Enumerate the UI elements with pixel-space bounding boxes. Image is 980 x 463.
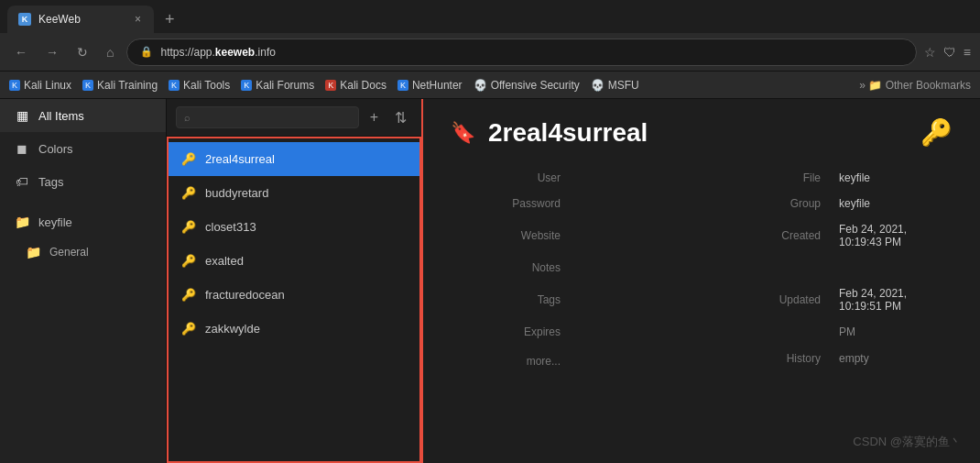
list-item[interactable]: 🔑 buddyretard — [169, 176, 419, 210]
filter-button[interactable]: ⇅ — [389, 107, 412, 128]
list-item[interactable]: 🔑 zakkwylde — [169, 312, 419, 346]
sidebar-colors-label: Colors — [38, 142, 73, 156]
field-label-empty2 — [711, 324, 821, 340]
add-item-button[interactable]: + — [365, 107, 384, 127]
field-value-pm: PM — [839, 324, 953, 340]
bookmark-kali-training[interactable]: K Kali Training — [82, 79, 158, 92]
home-button[interactable]: ⌂ — [101, 41, 119, 63]
watermark: CSDN @落寞的鱼丶 — [853, 434, 962, 450]
sidebar-tags-label: Tags — [38, 175, 63, 189]
list-item[interactable]: 🔑 2real4surreal — [169, 142, 419, 176]
key-icon: 🔑 — [181, 152, 196, 166]
field-value-expires — [579, 324, 692, 340]
offensive-security-icon: 💀 — [474, 79, 487, 92]
sidebar-folder-keyfile[interactable]: 📁 keyfile — [0, 205, 166, 238]
tab-bar: K KeeWeb × + — [0, 0, 980, 33]
kali-tools-icon: K — [169, 80, 180, 91]
bookmark-kali-tools-label: Kali Tools — [183, 79, 230, 92]
bookmark-icon: 🔖 — [451, 121, 475, 145]
list-item[interactable]: 🔑 fracturedocean — [169, 278, 419, 312]
field-label-updated: Updated — [711, 285, 821, 314]
field-value-created: Feb 24, 2021, 10:19:43 PM — [839, 221, 953, 250]
back-button[interactable]: ← — [9, 41, 33, 63]
new-tab-button[interactable]: + — [159, 8, 180, 31]
field-label-user: User — [451, 170, 561, 186]
bookmarks-other-label: 📁 Other Bookmarks — [868, 79, 971, 92]
tab-favicon: K — [18, 13, 31, 26]
detail-key-icon: 🔑 — [920, 117, 953, 148]
all-items-icon: ▦ — [15, 108, 29, 123]
field-value-tags — [579, 285, 692, 314]
browser-chrome: K KeeWeb × + ← → ↻ ⌂ 🔒 https://app.keewe… — [0, 0, 980, 99]
field-label-created: Created — [711, 221, 821, 250]
key-icon: 🔑 — [181, 322, 196, 336]
field-value-group: keyfile — [839, 195, 953, 212]
keyfile-folder-icon: 📁 — [15, 215, 29, 229]
search-box[interactable]: ⌕ — [176, 106, 359, 128]
item-label: fracturedocean — [205, 288, 285, 302]
refresh-button[interactable]: ↻ — [71, 41, 93, 63]
bookmark-kali-training-label: Kali Training — [97, 79, 158, 92]
key-icon: 🔑 — [181, 220, 196, 234]
colors-icon: ◼ — [15, 141, 29, 156]
bookmark-kali-docs[interactable]: K Kali Docs — [325, 79, 387, 92]
field-label-password: Password — [451, 195, 561, 212]
bookmark-msfu-label: MSFU — [608, 79, 639, 92]
bookmark-offensive-security-label: Offensive Security — [491, 79, 580, 92]
more-link[interactable]: more... — [451, 355, 561, 368]
forward-button[interactable]: → — [40, 41, 64, 63]
address-domain: keeweb — [215, 46, 255, 59]
field-value-empty3 — [579, 349, 692, 368]
bookmark-kali-forums[interactable]: K Kali Forums — [241, 79, 314, 92]
field-label-tags: Tags — [451, 285, 561, 314]
sidebar-item-colors[interactable]: ◼ Colors — [0, 132, 166, 165]
bookmark-star-button[interactable]: ☆ — [924, 45, 936, 60]
list-item[interactable]: 🔑 closet313 — [169, 210, 419, 244]
field-label-expires: Expires — [451, 324, 561, 340]
field-value-website — [579, 221, 692, 250]
sidebar-item-all-items[interactable]: ▦ All Items — [0, 99, 166, 132]
bookmarks-more-icon: » — [859, 79, 866, 92]
kali-docs-icon: K — [325, 80, 336, 91]
item-label: 2real4surreal — [205, 152, 275, 166]
detail-panel: 🔖 2real4surreal 🔑 User File keyfile Pass… — [423, 99, 980, 463]
bookmarks-more-button[interactable]: » 📁 Other Bookmarks — [859, 79, 971, 92]
field-value-password — [579, 195, 692, 212]
item-label: closet313 — [205, 220, 256, 234]
bookmark-kali-docs-label: Kali Docs — [340, 79, 387, 92]
sidebar-item-tags[interactable]: 🏷 Tags — [0, 165, 166, 198]
bookmark-kali-linux[interactable]: K Kali Linux — [9, 79, 71, 92]
bookmark-kali-tools[interactable]: K Kali Tools — [169, 79, 230, 92]
kali-linux-icon: K — [9, 80, 20, 91]
item-entries: 🔑 2real4surreal 🔑 buddyretard 🔑 closet31… — [167, 137, 421, 463]
tags-icon: 🏷 — [15, 174, 29, 189]
general-folder-icon: 📁 — [26, 245, 40, 259]
key-icon: 🔑 — [181, 186, 196, 200]
address-bar[interactable]: 🔒 https://app.keeweb.info — [126, 39, 916, 66]
detail-header: 🔖 2real4surreal 🔑 — [451, 117, 953, 148]
field-value-user — [579, 170, 692, 186]
app: ▦ All Items ◼ Colors 🏷 Tags 📁 keyfile 📁 … — [0, 99, 980, 463]
item-list: ⌕ + ⇅ 🔑 2real4surreal 🔑 buddyretard 🔑 cl… — [167, 99, 423, 463]
item-label: zakkwylde — [205, 322, 260, 336]
list-item[interactable]: 🔑 exalted — [169, 244, 419, 278]
bookmark-msfu[interactable]: 💀 MSFU — [591, 79, 639, 92]
sidebar-keyfile-label: keyfile — [38, 215, 72, 229]
field-label-empty1 — [711, 259, 821, 276]
active-tab[interactable]: K KeeWeb × — [7, 6, 154, 33]
sidebar-folder-general[interactable]: 📁 General — [0, 238, 166, 266]
extensions-button[interactable]: 🛡 — [943, 45, 956, 60]
menu-button[interactable]: ≡ — [964, 45, 971, 60]
address-text: https://app.keeweb.info — [160, 46, 902, 59]
tab-title: KeeWeb — [38, 13, 125, 26]
search-input[interactable] — [196, 111, 351, 124]
bookmark-nethunter-label: NetHunter — [412, 79, 463, 92]
field-label-file: File — [711, 170, 821, 186]
bookmark-offensive-security[interactable]: 💀 Offensive Security — [474, 79, 580, 92]
tab-close-button[interactable]: × — [133, 13, 143, 26]
nethunter-icon: K — [397, 80, 408, 91]
detail-title: 2real4surreal — [488, 118, 648, 148]
bookmark-nethunter[interactable]: K NetHunter — [397, 79, 463, 92]
field-label-notes: Notes — [451, 259, 561, 276]
field-label-website: Website — [451, 221, 561, 250]
